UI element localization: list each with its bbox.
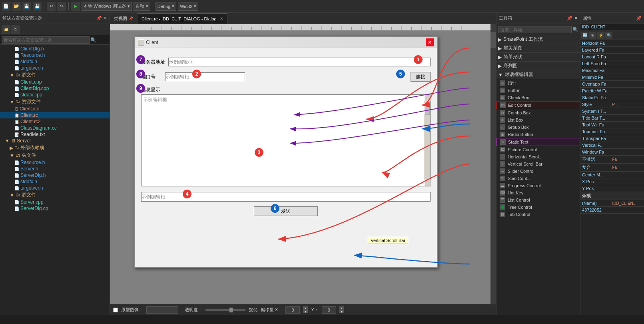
tab-class-view[interactable]: 类视图 📌 [110,13,138,24]
prop-item[interactable]: Title Bar T... [580,115,644,122]
prop-item[interactable]: Left Scro Fa [580,60,644,67]
prop-item[interactable]: Static Ec Fa [580,94,644,101]
new-file-icon[interactable]: 📄 [2,2,10,11]
prop-item[interactable]: 43722052 [580,207,644,214]
list-item[interactable]: 🖼Client.ico [0,106,110,112]
config-dropdown[interactable]: Debug ▾ [156,2,176,11]
toolbox-item-combobox[interactable]: ⊟ Combo Box [496,109,580,116]
list-item[interactable]: ▼🗂 资源文件 [0,98,110,106]
y-spinner-down[interactable]: ▼ [339,310,344,313]
prop-item[interactable]: System I T... [580,108,644,115]
props-group-icon[interactable]: ⊞ [589,32,596,39]
prototype-checkbox[interactable] [113,308,118,312]
prop-item[interactable]: Overlapp Fa [580,81,644,88]
solution-search-input[interactable] [2,36,90,44]
toolbox-item-hscrollbar[interactable]: ↔ Horizontal Scrol... [496,153,580,160]
list-item[interactable]: 📄targetver.h [0,185,110,191]
list-item[interactable]: 📄stdafx.h [0,58,110,65]
prop-item[interactable]: Layout R Fa [580,54,644,60]
toolbox-section-sequence[interactable]: ▶ 序列图 [496,62,580,70]
list-item[interactable]: 📋Client.rc2 [0,118,110,125]
prop-item[interactable]: (Name)IDD_CLIEN... [580,200,644,207]
platform-dropdown[interactable]: Win32 ▾ [178,2,198,11]
prop-item[interactable]: 不激活Fa [580,156,644,164]
server-input[interactable] [168,58,431,66]
debug-dropdown[interactable]: 本地 Windows 调试器 ▾ [82,2,132,11]
toolbox-item-vscrollbar[interactable]: ↕ Vertical Scroll Bar [496,160,580,168]
list-item[interactable]: 📄ClientDlg.cpp [0,85,110,92]
list-item[interactable]: 📝ReadMe.txt [0,131,110,138]
toolbox-section-sharepoint[interactable]: ▶ SharePoint 工作流 [496,35,580,44]
list-item[interactable]: 📄ServerDlg.h [0,172,110,178]
prop-item[interactable]: 复合Fa [580,164,644,172]
prop-item[interactable]: Tool Wir Fa [580,122,644,128]
slider-thumb[interactable] [229,308,233,312]
list-item[interactable]: 📄ClientDlg.h [0,46,110,52]
toolbox-item-hotkey[interactable]: ⌨ Hot Key [496,189,580,196]
scrollbar-thumb[interactable] [490,32,496,48]
list-item[interactable]: 📄targetver.h [0,65,110,71]
offset-y-input[interactable] [322,306,336,314]
solution-pin-icon[interactable]: 📌 [96,16,102,21]
toolbox-close-icon[interactable]: ✕ [574,16,578,21]
toolbox-pin-icon[interactable]: 📌 [567,16,572,21]
prop-item[interactable]: Palette W Fa [580,88,644,94]
props-filter-icon[interactable]: 🔍 [605,32,612,39]
prop-item[interactable]: StyleP... [580,101,644,108]
prop-item[interactable]: X Pos [580,178,644,185]
list-item[interactable]: ▼🗂 头文件 [0,152,110,159]
solution-close-icon[interactable]: ✕ [104,16,107,21]
spinner-down[interactable]: ▼ [303,310,308,313]
prop-item[interactable]: Layered Fa [580,47,644,54]
y-spinner-up[interactable]: ▲ [339,306,344,310]
prop-item[interactable]: Transpar Fa [580,135,644,142]
props-event-icon[interactable]: ⚡ [597,32,604,39]
toolbox-item-pointer[interactable]: ⊹ 指针 [496,79,580,87]
offset-y-spinners[interactable]: ▲ ▼ [339,306,344,313]
toolbox-item-spin[interactable]: ⟳ Spin Cont... [496,175,580,182]
toolbox-item-progress[interactable]: ▬ Progress Control [496,182,580,189]
send-button[interactable]: 发送 [254,206,318,216]
prop-item[interactable]: Vertical F... [580,142,644,149]
props-sort-icon[interactable]: 🔤 [581,32,588,39]
list-item[interactable]: 📄Server.h [0,166,110,172]
open-icon[interactable]: 📂 [12,2,21,11]
send-input[interactable] [141,192,431,202]
props-pin-icon[interactable]: 📌 [636,16,642,21]
prop-item[interactable]: Maximiz Fa [580,67,644,74]
prop-item[interactable]: Minimiz Fa [580,74,644,81]
list-item[interactable]: ▼🖥 Server [0,138,110,144]
toolbox-item-slider[interactable]: ⊸ Slider Control [496,168,580,175]
toolbox-item-radiobutton[interactable]: ◉ Radio Button [496,131,580,138]
toolbox-item-groupbox[interactable]: ▭ Group Box [496,124,580,131]
prop-item[interactable]: Horizont Fa [580,40,644,47]
toolbox-item-treecontrol[interactable]: 🌲 Tree Control [496,204,580,211]
editor-vscrollbar[interactable] [490,24,496,304]
opacity-slider[interactable] [205,309,245,311]
list-item[interactable]: 📄ServerDlg.cp [0,205,110,212]
list-item[interactable]: 📄Resource.h [0,52,110,58]
scroll-thumb[interactable] [425,103,430,115]
list-item[interactable]: 📄Client.cpp [0,79,110,85]
scroll-down-arrow[interactable]: ▼ [424,180,431,186]
toolbox-item-tabcontrol[interactable]: ⊟ Tab Control [496,211,580,218]
tab-editor[interactable]: Client.rc - IDD_C...T_DIALOG - Dialog ✕ [138,13,227,24]
toolbox-item-listbox[interactable]: ≡ List Box [496,116,580,124]
toolbox-item-listcontrol[interactable]: ☰ List Control [496,196,580,204]
save-icon[interactable]: 💾 [22,2,31,11]
connect-button[interactable]: 连接 [411,72,431,82]
toolbox-search-input[interactable] [498,26,572,33]
list-item[interactable]: 📄Resource.h [0,159,110,166]
toolbox-item-statictext[interactable]: A Static Text [496,138,580,146]
tab-close-icon[interactable]: ✕ [220,16,223,21]
toolbox-item-checkbox[interactable]: ☑ Check Box [496,94,580,101]
prop-item[interactable]: Y Pos [580,185,644,192]
list-item[interactable]: 📋Client.rc [0,112,110,118]
list-item[interactable]: ▼🗂 源文件 [0,71,110,79]
prop-item[interactable]: Topmost Fa [580,128,644,135]
toolbox-section-dialog[interactable]: ▼ 对话框编辑器 [496,70,580,79]
toolbox-section-layers[interactable]: ▶ 层关系图 [496,44,580,53]
save-all-icon[interactable]: 💾 [33,2,42,11]
scroll-up-arrow[interactable]: ▲ [424,95,431,101]
list-item[interactable]: 📄stdafx.h [0,178,110,185]
